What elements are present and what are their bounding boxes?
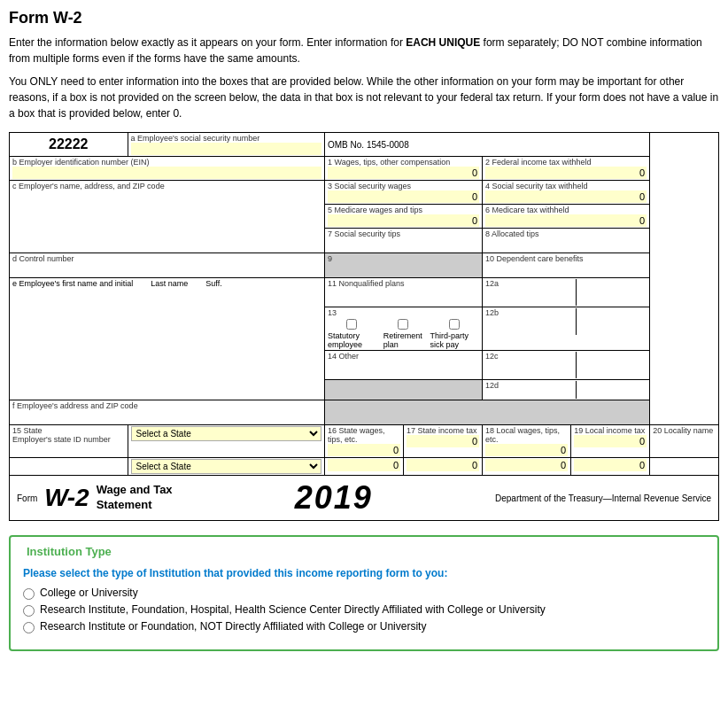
- w2-box-15-label: 15 State Employer's state ID number: [10, 425, 128, 458]
- w2-box-8: 8 Allocated tips: [483, 229, 650, 253]
- institution-section: Institution Type Please select the type …: [9, 535, 719, 651]
- w2-omb: OMB No. 1545-0008: [325, 133, 650, 157]
- box-17-input[interactable]: [407, 435, 479, 447]
- w2-row-6: d Control number 9 10 Dependent care ben…: [10, 253, 719, 278]
- w2-box-f: f Employee's address and ZIP code: [10, 400, 325, 425]
- checkbox-statutory-input[interactable]: [346, 319, 357, 330]
- box-16b-input[interactable]: [328, 459, 400, 471]
- w2-row-3: c Employer's name, address, and ZIP code…: [10, 181, 719, 205]
- w2-box-13: 13 Statutory employee Retirement plan Th…: [325, 307, 483, 351]
- instructions-1: Enter the information below exactly as i…: [9, 35, 719, 66]
- w2-row2-18: [483, 458, 571, 476]
- w2-box-d: d Control number: [10, 253, 325, 278]
- radio-research-notaffiliated[interactable]: [23, 622, 35, 633]
- w2-box-11: 11 Nonqualified plans: [325, 278, 483, 307]
- w2-box-6: 6 Medicare tax withheld: [483, 205, 650, 229]
- w2-row-13: Select a State: [10, 458, 719, 476]
- w2-box-f-right: [325, 400, 650, 425]
- box-19b-input[interactable]: [574, 459, 647, 471]
- w2-row2-19: [571, 458, 650, 476]
- box-3-input[interactable]: [328, 190, 479, 203]
- w2-box-3: 3 Social security wages: [325, 181, 483, 205]
- box-13-checkboxes: Statutory employee Retirement plan Third…: [328, 319, 479, 349]
- box-18b-input[interactable]: [485, 459, 568, 471]
- w2-box-b: b Employer identification number (EIN): [10, 157, 325, 181]
- w2-row-7: e Employee's first name and initial Last…: [10, 278, 719, 307]
- w2-banner: Form W-2 Wage and Tax Statement 2019 Dep…: [9, 476, 719, 521]
- w2-row-1: 22222 a Employee's social security numbe…: [10, 133, 719, 157]
- checkbox-thirdparty-input[interactable]: [449, 319, 460, 330]
- checkbox-retirement-input[interactable]: [398, 319, 408, 330]
- w2-box-e: e Employee's first name and initial Last…: [10, 278, 325, 400]
- radio-option-3[interactable]: Research Institute or Foundation, NOT Di…: [23, 620, 705, 633]
- w2-row-11: f Employee's address and ZIP code: [10, 400, 719, 425]
- w2-box-12c: 12c: [483, 351, 650, 380]
- w2-box-4: 4 Social security tax withheld: [483, 181, 650, 205]
- box-1-input[interactable]: [328, 167, 479, 179]
- institution-title: Institution Type: [23, 545, 115, 558]
- w2-box-9: 9: [325, 253, 483, 278]
- w2-box-17-label: 17 State income tax: [404, 425, 483, 458]
- checkbox-retirement[interactable]: Retirement plan: [383, 319, 423, 349]
- w2-box-19-label: 19 Local income tax: [571, 425, 650, 458]
- radio-option-1[interactable]: College or University: [23, 587, 705, 600]
- box-16-input[interactable]: [328, 444, 400, 456]
- box-6-input[interactable]: [485, 214, 647, 227]
- box-18-input[interactable]: [485, 444, 568, 456]
- w2-box-20-label: 20 Locality name: [650, 425, 719, 458]
- w2-row2-16: [325, 458, 404, 476]
- checkbox-statutory[interactable]: Statutory employee: [328, 319, 376, 349]
- w2-box-1: 1 Wages, tips, other compensation: [325, 157, 483, 181]
- w2-row2-15-empty: [10, 458, 128, 476]
- w2-box-number: 22222: [10, 133, 128, 157]
- box-4-input[interactable]: [485, 190, 647, 203]
- state-select-2[interactable]: Select a State: [131, 459, 322, 474]
- w2-box-12d: 12d: [483, 380, 650, 400]
- institution-question: Please select the type of Institution th…: [23, 567, 705, 579]
- box-5-input[interactable]: [328, 214, 479, 227]
- w2-box-12b: 12b: [483, 307, 650, 351]
- box-b-input[interactable]: [12, 167, 321, 179]
- w2-row2-20: [650, 458, 719, 476]
- w2-banner-left: Form W-2 Wage and Tax Statement: [17, 483, 173, 513]
- radio-option-2[interactable]: Research Institute, Foundation, Hospital…: [23, 603, 705, 617]
- w2-form-table: 22222 a Employee's social security numbe…: [9, 132, 719, 476]
- checkbox-thirdparty[interactable]: Third-party sick pay: [430, 319, 479, 349]
- w2-box-14: 14 Other: [325, 351, 483, 380]
- box-c-input[interactable]: [12, 194, 321, 206]
- box-19-input[interactable]: [574, 435, 647, 447]
- w2-row2-17: [404, 458, 483, 476]
- box-2-input[interactable]: [485, 167, 647, 179]
- w2-row2-state-select[interactable]: Select a State: [128, 458, 325, 476]
- state-select-1[interactable]: Select a State: [131, 426, 322, 441]
- w2-box-a: a Employee's social security number: [128, 133, 325, 157]
- radio-college[interactable]: [23, 588, 35, 600]
- w2-banner-title-block: Wage and Tax Statement: [97, 483, 173, 513]
- page-title: Form W-2: [9, 9, 719, 27]
- w2-box-2: 2 Federal income tax withheld: [483, 157, 650, 181]
- w2-row-12: 15 State Employer's state ID number Sele…: [10, 425, 719, 458]
- w2-box-15-select[interactable]: Select a State: [128, 425, 325, 458]
- radio-research-affiliated[interactable]: [23, 605, 35, 617]
- w2-box-12a: 12a: [483, 278, 650, 307]
- w2-box-16-label: 16 State wages, tips, etc.: [325, 425, 404, 458]
- w2-box-5: 5 Medicare wages and tips: [325, 205, 483, 229]
- w2-box-empty-gray: [325, 380, 483, 400]
- w2-box-c: c Employer's name, address, and ZIP code: [10, 181, 325, 253]
- instructions-2: You ONLY need to enter information into …: [9, 74, 719, 121]
- box-17b-input[interactable]: [407, 459, 479, 471]
- w2-box-18-label: 18 Local wages, tips, etc.: [483, 425, 571, 458]
- w2-box-7: 7 Social security tips: [325, 229, 483, 253]
- box-e-firstname-input[interactable]: [12, 291, 197, 304]
- page-container: Form W-2 Enter the information below exa…: [9, 9, 719, 651]
- box-a-input[interactable]: [131, 143, 322, 155]
- w2-row-2: b Employer identification number (EIN) 1…: [10, 157, 719, 181]
- w2-box-10: 10 Dependent care benefits: [483, 253, 650, 278]
